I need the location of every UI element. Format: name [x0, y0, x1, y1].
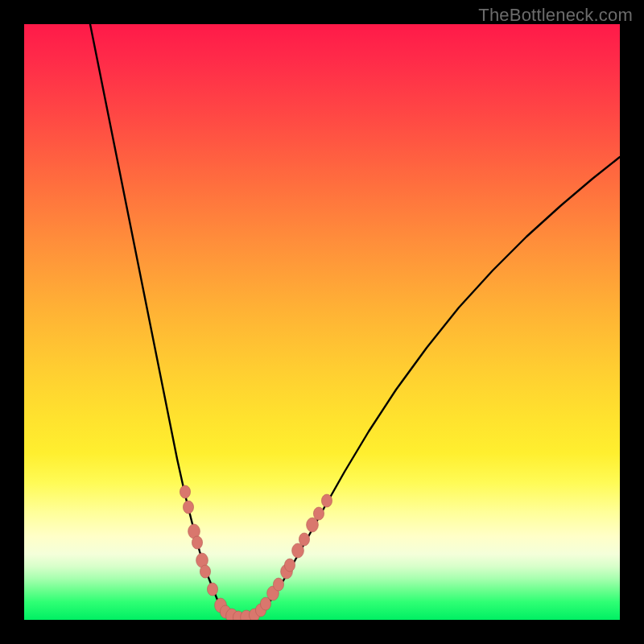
highlight-dot: [180, 485, 190, 498]
highlight-dot: [299, 533, 309, 546]
highlight-dot: [284, 559, 295, 572]
bottleneck-curve: [90, 24, 620, 618]
curve-group: [90, 24, 620, 618]
highlight-dot: [207, 583, 217, 596]
chart-svg: [24, 24, 620, 620]
highlight-dot: [321, 494, 332, 507]
dots-group: [180, 485, 332, 620]
chart-frame: TheBottleneck.com: [0, 0, 644, 644]
highlight-dot: [192, 536, 202, 549]
highlight-dot: [313, 507, 324, 520]
highlight-dot: [183, 501, 193, 514]
highlight-dot: [273, 578, 283, 591]
highlight-dot: [292, 543, 304, 558]
plot-area: [24, 24, 620, 620]
highlight-dot: [307, 518, 319, 532]
highlight-dot: [200, 565, 210, 578]
watermark-text: TheBottleneck.com: [478, 5, 633, 26]
